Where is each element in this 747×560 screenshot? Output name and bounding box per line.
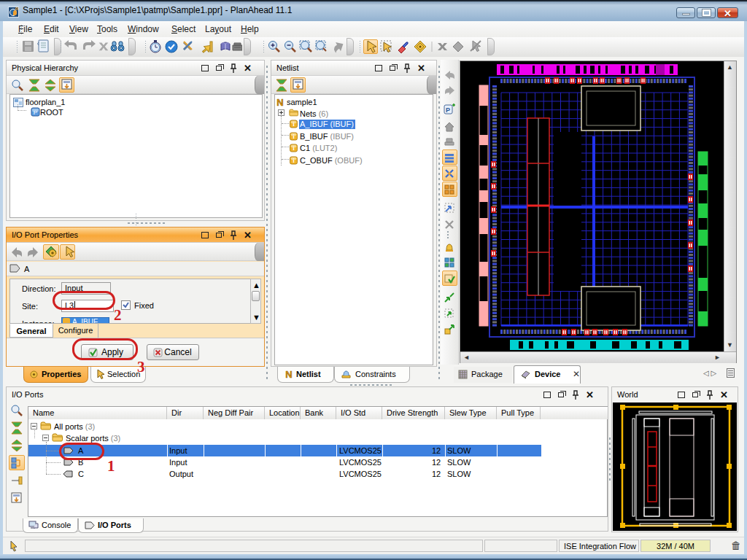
svg-text:P: P <box>446 106 450 114</box>
svg-text:i: i <box>293 133 294 140</box>
svg-text:P: P <box>34 109 37 116</box>
svg-text:i: i <box>293 121 294 128</box>
svg-text:N: N <box>285 369 292 379</box>
svg-text:i: i <box>293 145 294 152</box>
svg-text:i: i <box>293 158 294 164</box>
svg-text:N: N <box>276 97 283 107</box>
